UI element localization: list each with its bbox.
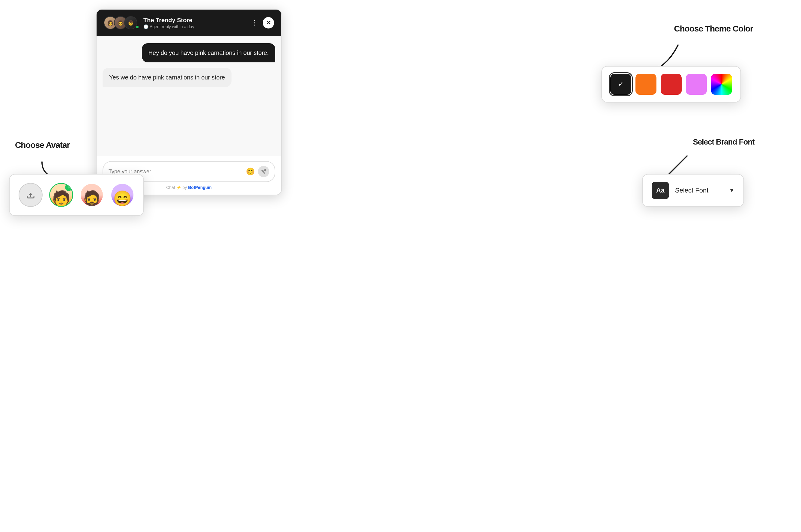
- reply-time: 🕐 Agent reply within a day: [144, 24, 194, 29]
- choose-avatar-label: Choose Avatar: [15, 140, 70, 150]
- menu-dots-button[interactable]: ⋮: [251, 19, 259, 27]
- font-dropdown-arrow[interactable]: ▼: [729, 187, 735, 194]
- chat-body: Hey do you have pink carnations in our s…: [97, 36, 281, 156]
- color-panel: ✓: [601, 66, 741, 102]
- avatar-option-3[interactable]: 😄: [110, 183, 134, 207]
- selected-check-icon: ✓: [618, 80, 624, 88]
- chat-widget: 👩 👨 👦 The Trendy Store 🕐 Agent reply wit…: [96, 9, 282, 195]
- color-swatch-orange[interactable]: [635, 74, 656, 95]
- emoji-button[interactable]: 😊: [246, 167, 255, 176]
- avatar-option-2[interactable]: 🧔: [80, 183, 104, 207]
- font-icon-box: Aa: [652, 182, 669, 199]
- select-brand-font-label: Select Brand Font: [693, 137, 755, 147]
- font-panel: Aa Select Font ▼: [642, 174, 744, 207]
- botpenguin-brand: BotPenguin: [188, 185, 212, 190]
- avatar-stack: 👩 👨 👦: [104, 16, 139, 30]
- incoming-message: Yes we do have pink carnations in our st…: [102, 68, 231, 87]
- avatar-option-1[interactable]: 🧑 ✓: [49, 183, 73, 207]
- color-swatch-red[interactable]: [661, 74, 682, 95]
- outgoing-message: Hey do you have pink carnations in our s…: [142, 43, 275, 62]
- color-swatch-black[interactable]: ✓: [610, 74, 631, 95]
- avatar-cartoon-3: 😄: [111, 184, 133, 206]
- send-button[interactable]: [258, 166, 269, 177]
- header-left: 👩 👨 👦 The Trendy Store 🕐 Agent reply wit…: [104, 16, 194, 30]
- online-indicator: [136, 25, 139, 29]
- chat-header: 👩 👨 👦 The Trendy Store 🕐 Agent reply wit…: [97, 10, 281, 36]
- color-swatch-pink[interactable]: [686, 74, 707, 95]
- color-swatch-rainbow[interactable]: [711, 74, 732, 95]
- avatar-cartoon-2: 🧔: [81, 184, 103, 206]
- avatar-panel: 🧑 ✓ 🧔 😄: [9, 174, 144, 216]
- avatar-selected-check: ✓: [65, 184, 72, 191]
- font-select-text: Select Font: [675, 187, 723, 194]
- upload-avatar-button[interactable]: [19, 183, 43, 207]
- header-info: The Trendy Store 🕐 Agent reply within a …: [144, 17, 194, 29]
- clock-icon: 🕐: [144, 24, 149, 29]
- header-actions: ⋮ ✕: [251, 17, 274, 28]
- choose-theme-color-label: Choose Theme Color: [674, 24, 753, 34]
- close-button[interactable]: ✕: [263, 17, 274, 28]
- store-name: The Trendy Store: [144, 17, 194, 24]
